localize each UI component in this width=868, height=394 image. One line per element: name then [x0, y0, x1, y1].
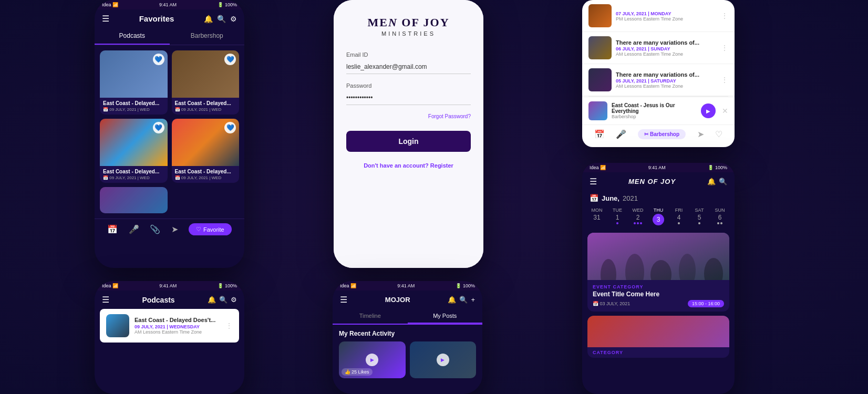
cal-day-sun[interactable]: SUN 6	[710, 208, 729, 226]
tab-barbershop[interactable]: Barbershop	[170, 28, 245, 45]
email-input[interactable]	[346, 60, 471, 74]
register-text: Don't have an account? Register	[346, 162, 471, 169]
cal-day-sat[interactable]: SAT 5	[690, 208, 709, 226]
event-image-2	[587, 316, 729, 347]
podcast-info-1: East Coast - Delayed... 📅 09 JULY, 2021 …	[100, 98, 168, 115]
player-date-1: 07 JULY, 2021 | MONDAY	[616, 11, 717, 16]
menu-icon[interactable]: ☰	[102, 14, 109, 24]
event-category-2: CATEGORY	[593, 350, 724, 355]
podcast-info-2: East Coast - Delayed... 📅 09 JULY, 2021 …	[172, 98, 240, 115]
menu-pod-icon[interactable]: ☰	[102, 295, 109, 305]
favorite-button[interactable]: ♡ Favorite	[189, 223, 232, 235]
np-sub: Barbershop	[612, 114, 697, 119]
password-input[interactable]	[346, 91, 471, 105]
carrier-cal: Idea 📶	[590, 165, 606, 170]
settings-pod-icon[interactable]: ⚙	[231, 296, 237, 304]
like-icon: 👍	[345, 369, 350, 375]
podcast-item-5[interactable]	[100, 187, 168, 213]
tab-timeline[interactable]: Timeline	[333, 309, 408, 324]
close-icon[interactable]: ✕	[722, 107, 728, 115]
cal-day-mon[interactable]: MON 31	[587, 208, 606, 226]
timeline-body: My Recent Activity ▶ 👍 25 Likes ▶	[333, 325, 482, 383]
player-item-1[interactable]: 07 JULY, 2021 | MONDAY PM Lessons Easter…	[582, 0, 735, 32]
cal-day-thu[interactable]: THU 3	[649, 208, 668, 226]
register-link[interactable]: Register	[430, 162, 453, 169]
status-bar-favorites: Idea 📶 9:41 AM 🔋 100%	[95, 0, 244, 9]
player-sub-3: AM Lessons Eastern Time Zone	[616, 84, 717, 89]
play-btn-1[interactable]: ▶	[366, 354, 378, 366]
timeline-header: ☰ MOJOR 🔔 🔍 +	[333, 291, 482, 309]
calendar-header: ☰ MEN OF JOY 🔔 🔍	[582, 172, 735, 191]
clip-bottom-icon[interactable]: 📎	[150, 224, 160, 234]
password-label: Password	[346, 82, 471, 89]
event-time-badge: 15:00 - 16:00	[688, 300, 724, 307]
podcast-item-4[interactable]: 💙 East Coast - Delayed... 📅 09 JULY, 202…	[172, 119, 240, 183]
mic-bottom-icon[interactable]: 🎤	[129, 224, 139, 234]
tab-podcasts[interactable]: Podcasts	[95, 28, 170, 45]
bell-tl-icon[interactable]: 🔔	[448, 296, 456, 304]
play-btn-2[interactable]: ▶	[437, 354, 449, 366]
more-icon-2[interactable]: ⋮	[721, 44, 728, 52]
send-icon[interactable]: ➤	[697, 129, 704, 139]
menu-cal-icon[interactable]: ☰	[590, 177, 597, 186]
recent-activity-title: My Recent Activity	[339, 330, 476, 337]
menu-tl-icon[interactable]: ☰	[340, 295, 347, 305]
app-logo-title: MEN OF JOY	[367, 16, 449, 29]
barbershop-icon: ✂	[644, 131, 648, 137]
cal-date-icon: 📅	[593, 301, 600, 306]
podcast-list-thumb-1	[106, 314, 129, 337]
calendar-bottom-icon[interactable]: 📅	[107, 224, 118, 234]
podcast-item-1[interactable]: 💙 East Coast - Delayed... 📅 09 JULY, 202…	[100, 50, 168, 115]
post-item-2[interactable]: ▶	[410, 341, 477, 378]
bell-icon[interactable]: 🔔	[204, 15, 213, 23]
calendar-icon[interactable]: 📅	[594, 129, 605, 139]
settings-icon[interactable]: ⚙	[230, 15, 237, 23]
search-pod-icon[interactable]: 🔍	[219, 296, 228, 304]
more-icon-1[interactable]: ⋮	[721, 12, 728, 20]
bell-cal-icon[interactable]: 🔔	[707, 178, 716, 185]
podcast-item-2[interactable]: 💙 East Coast - Delayed... 📅 09 JULY, 202…	[172, 50, 240, 115]
phone-login: MEN OF JOY MINISTRIES Email ID Password …	[334, 0, 483, 268]
podcast-list-item-1[interactable]: East Coast - Delayed Does't... 09 JULY, …	[100, 309, 239, 343]
pod-more-icon[interactable]: ⋮	[225, 322, 233, 330]
cal-day-tue[interactable]: TUE 1	[608, 208, 627, 226]
login-button[interactable]: Login	[346, 131, 471, 152]
heart-icon: ♡	[196, 226, 201, 233]
np-info: East Coast - Jesus is Our Everything Bar…	[612, 102, 697, 119]
add-tl-icon[interactable]: +	[471, 296, 475, 304]
play-button[interactable]: ▶	[701, 103, 716, 118]
heart-icon[interactable]: ♡	[715, 129, 722, 139]
calendar-app-title: MEN OF JOY	[597, 178, 707, 185]
player-thumb-2	[588, 36, 612, 59]
podcast-item-3[interactable]: 💙 East Coast - Delayed... 📅 09 JULY, 202…	[100, 119, 168, 183]
podcast-date-2: 📅 09 JULY, 2021 | WED	[175, 107, 236, 112]
post-item-1[interactable]: ▶ 👍 25 Likes	[339, 341, 406, 378]
player-item-3[interactable]: There are many variations of... 05 JULY,…	[582, 64, 735, 96]
play-overlay-2: ▶	[410, 341, 477, 378]
cal-day-fri[interactable]: FRI 4	[669, 208, 688, 226]
player-title-2: There are many variations of...	[616, 39, 717, 46]
search-cal-icon[interactable]: 🔍	[719, 178, 727, 185]
event-card-2[interactable]: CATEGORY	[587, 316, 729, 358]
player-item-2[interactable]: There are many variations of... 06 JULY,…	[582, 32, 735, 64]
podcasts-list-title: Podcasts	[109, 296, 208, 304]
more-icon-3[interactable]: ⋮	[721, 76, 728, 84]
bell-pod-icon[interactable]: 🔔	[208, 296, 216, 304]
favorites-bottom-bar: 📅 🎤 📎 ➤ ♡ Favorite	[95, 219, 244, 240]
battery-cal: 🔋 100%	[708, 165, 727, 170]
cal-day-wed[interactable]: WED 2	[628, 208, 647, 226]
forgot-password-link[interactable]: Forgot Password?	[346, 113, 471, 119]
send-bottom-icon[interactable]: ➤	[171, 224, 178, 234]
event-category-1: EVENT CATEGORY	[593, 284, 724, 289]
search-icon[interactable]: 🔍	[217, 15, 226, 23]
now-playing-bar: East Coast - Jesus is Our Everything Bar…	[582, 97, 735, 125]
calendar-week: MON 31 TUE 1 WED 2 THU 3 FRI 4 SAT 5	[582, 205, 735, 229]
barbershop-tag[interactable]: ✂ Barbershop	[638, 129, 686, 139]
calendar-month: June,	[602, 194, 619, 202]
search-tl-icon[interactable]: 🔍	[459, 296, 468, 304]
login-logo: MEN OF JOY MINISTRIES	[367, 16, 449, 37]
mic-icon[interactable]: 🎤	[616, 129, 626, 139]
event-card-1[interactable]: EVENT CATEGORY Event Title Come Here 📅 0…	[587, 233, 729, 312]
tab-myposts[interactable]: My Posts	[408, 309, 483, 324]
player-date-2: 06 JULY, 2021 | SUNDAY	[616, 46, 717, 51]
